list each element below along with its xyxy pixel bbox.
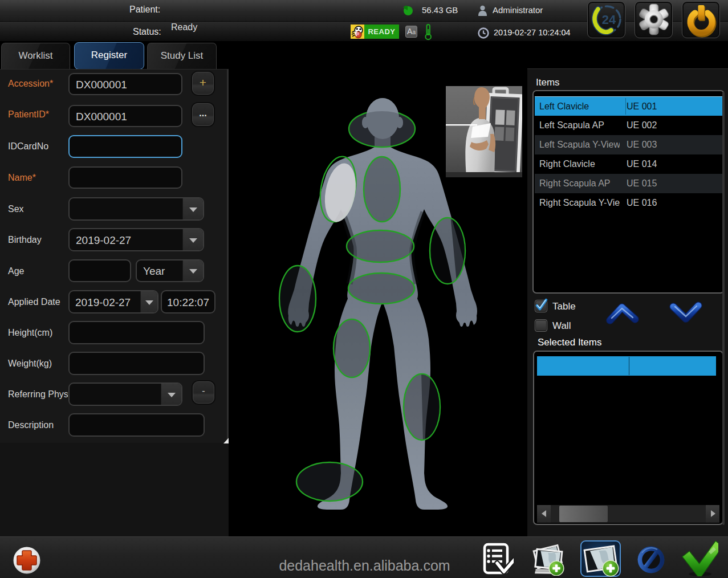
svg-text:24: 24 [602,13,616,27]
